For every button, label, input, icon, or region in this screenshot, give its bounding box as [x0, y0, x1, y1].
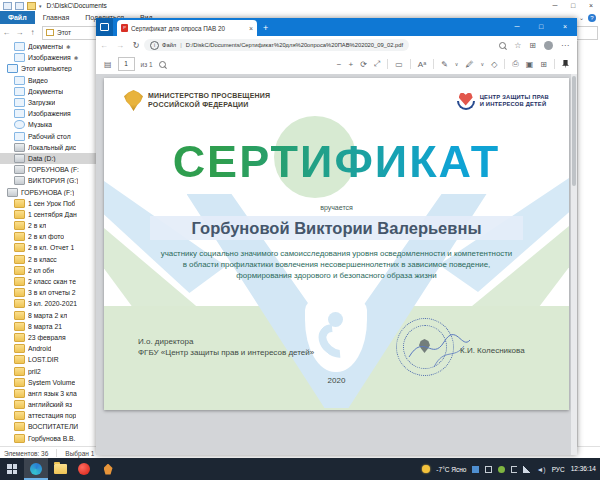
sidebar-pc-child[interactable]: Data (D:)	[0, 153, 96, 164]
sidebar-pc-child[interactable]: Документы	[0, 86, 96, 97]
explorer-close-button[interactable]: ×	[582, 0, 600, 11]
settings-more-icon[interactable]: ⋯	[561, 41, 569, 50]
sidebar-pc-child[interactable]: Рабочий стол	[0, 131, 96, 142]
edge-minimize-button[interactable]: ─	[505, 18, 529, 36]
sidebar-folder-item[interactable]: 2 кл обн	[0, 265, 96, 276]
tray-icon-1[interactable]	[472, 466, 479, 473]
tab-close-icon[interactable]: ×	[249, 25, 253, 32]
network-icon[interactable]	[523, 466, 530, 473]
language-indicator[interactable]: РУС	[552, 466, 565, 473]
taskbar-red-app-button[interactable]	[72, 458, 96, 480]
browser-tab[interactable]: P Сертификат для опроса ПАВ 20 ×	[117, 20, 257, 36]
taskbar-explorer-button[interactable]	[48, 458, 72, 480]
save-icon[interactable]: ▣	[526, 60, 534, 69]
draw-pen-icon[interactable]: ✎	[441, 60, 448, 69]
forward-button[interactable]: →	[13, 28, 26, 37]
sidebar-folder-item[interactable]: 3 кл. 2020-2021	[0, 298, 96, 309]
rotate-icon[interactable]: ⟳	[360, 60, 367, 69]
sidebar-folder-item[interactable]: pril2	[0, 365, 96, 376]
highlight-dropdown-icon[interactable]: ∨	[481, 61, 485, 67]
taskbar-clock[interactable]: 12:36:14	[571, 465, 596, 473]
save-as-icon[interactable]: ⊞	[540, 60, 547, 69]
sidebar-folder-item[interactable]: System Volume	[0, 377, 96, 388]
sidebar-pc-child[interactable]: ВИКТОРИЯ (G:)	[0, 175, 96, 186]
ribbon-tab-home[interactable]: Главная	[35, 11, 78, 24]
sidebar-pc-child[interactable]: Изображения	[0, 108, 96, 119]
sidebar-folder-item[interactable]: 2 в кл. Отчет 1	[0, 242, 96, 253]
zoom-in-icon[interactable]: +	[348, 60, 353, 69]
highlighter-icon[interactable]: 🖉	[466, 60, 474, 69]
qat-dropdown-icon[interactable]: ▾	[39, 3, 42, 9]
ribbon-collapse-icon[interactable]: ⌄	[579, 14, 584, 21]
url-bar[interactable]: i Файл | D:/DiskC/Documents/Сертификат%2…	[144, 39, 409, 51]
sidebar-folder-item[interactable]: аттестация пор	[0, 410, 96, 421]
tray-icon-2[interactable]	[485, 466, 492, 473]
sidebar-drive-gorbunova[interactable]: ГОРБУНОВА (F:)	[0, 186, 96, 197]
pdf-scrollbar[interactable]	[571, 74, 577, 455]
pin-toolbar-icon[interactable]	[562, 60, 569, 69]
sidebar-folder-item[interactable]: англ язык 3 кла	[0, 388, 96, 399]
sidebar-folder-item[interactable]: 8 марта 2 кл	[0, 310, 96, 321]
quick-access-toolbar[interactable]: ▾	[0, 2, 42, 10]
explorer-maximize-button[interactable]: □	[564, 0, 582, 11]
page-view-icon[interactable]: ▭	[395, 60, 403, 69]
new-tab-button[interactable]: +	[263, 20, 268, 36]
favorites-star-icon[interactable]: ☆	[514, 41, 521, 50]
edge-maximize-button[interactable]: □	[529, 18, 553, 36]
weather-text[interactable]: -7°C Ясно	[436, 466, 466, 473]
sidebar-this-pc[interactable]: Этот компьютер	[0, 63, 96, 74]
sidebar-pc-child[interactable]: Видео	[0, 75, 96, 86]
taskbar-orange-app-button[interactable]	[96, 458, 120, 480]
tray-icon-4[interactable]	[511, 466, 517, 473]
help-icon[interactable]: ?	[588, 14, 596, 22]
volume-icon[interactable]: ◄)	[536, 466, 545, 473]
page-info-icon[interactable]: i	[150, 41, 159, 50]
sidebar-folder-item[interactable]: английский яз	[0, 399, 96, 410]
sidebar-pc-child[interactable]: Музыка	[0, 119, 96, 130]
antivirus-tray-icon[interactable]	[498, 466, 505, 473]
up-button[interactable]: ↑	[26, 28, 39, 37]
zoom-out-icon[interactable]: −	[337, 60, 342, 69]
read-aloud-icon[interactable]: Aᵃ	[418, 60, 426, 69]
sidebar-quick-access-item[interactable]: Документы✱	[0, 41, 96, 52]
start-button[interactable]	[0, 458, 24, 480]
browser-refresh-icon[interactable]: ↻	[128, 41, 144, 50]
page-number-input[interactable]: 1	[118, 57, 135, 71]
print-icon[interactable]: ⎙	[512, 59, 518, 69]
new-folder-icon[interactable]	[27, 2, 36, 10]
eraser-icon[interactable]: ◇	[491, 60, 497, 69]
sidebar-folder-item[interactable]: 2 в класс	[0, 254, 96, 265]
pdf-scrollbar-thumb[interactable]	[572, 76, 576, 186]
sidebar-folder-item[interactable]: 1 сен Урок Поб	[0, 198, 96, 209]
address-crumb[interactable]: Этот	[57, 29, 71, 36]
sidebar-pc-child[interactable]: Загрузки	[0, 97, 96, 108]
sidebar-quick-access-item[interactable]: Изображения✱	[0, 52, 96, 63]
explorer-minimize-button[interactable]: ─	[546, 0, 564, 11]
thumbnails-panel-icon[interactable]: ▤	[104, 60, 112, 69]
sidebar-folder-item[interactable]: ВОСПИТАТЕЛИ	[0, 421, 96, 432]
edge-close-button[interactable]: ×	[553, 18, 577, 36]
back-button[interactable]: ←	[0, 28, 13, 37]
collections-icon[interactable]: ⊞	[529, 41, 536, 50]
sidebar-folder-item[interactable]: 2 в кл	[0, 220, 96, 231]
sidebar-folder-item[interactable]: Горбунова В.В.	[0, 433, 96, 444]
ribbon-tab-file[interactable]: Файл	[0, 11, 35, 24]
sidebar-folder-item[interactable]: 3 в кл отчеты 2	[0, 287, 96, 298]
sidebar-folder-item[interactable]: Android	[0, 343, 96, 354]
zoom-indicator-icon[interactable]	[499, 42, 506, 49]
taskbar-edge-button[interactable]	[24, 458, 48, 480]
sidebar-folder-item[interactable]: 23 февраля	[0, 332, 96, 343]
draw-dropdown-icon[interactable]: ∨	[455, 61, 459, 67]
sidebar-pc-child[interactable]: ГОРБУНОВА (F:	[0, 164, 96, 175]
sidebar-folder-item[interactable]: LOST.DIR	[0, 354, 96, 365]
pdf-search-icon[interactable]	[159, 61, 166, 68]
sidebar-folder-item[interactable]: 8 марта 21	[0, 321, 96, 332]
tab-actions-menu-button[interactable]	[96, 18, 113, 36]
profile-avatar[interactable]	[544, 41, 553, 50]
browser-forward-icon[interactable]: →	[112, 41, 128, 50]
properties-icon[interactable]	[15, 2, 24, 10]
sidebar-folder-item[interactable]: 2 в кл фото	[0, 231, 96, 242]
browser-back-icon[interactable]: ←	[96, 41, 112, 50]
sidebar-folder-item[interactable]: 1 сентября Дан	[0, 209, 96, 220]
fit-page-icon[interactable]: ⤢	[374, 59, 380, 69]
